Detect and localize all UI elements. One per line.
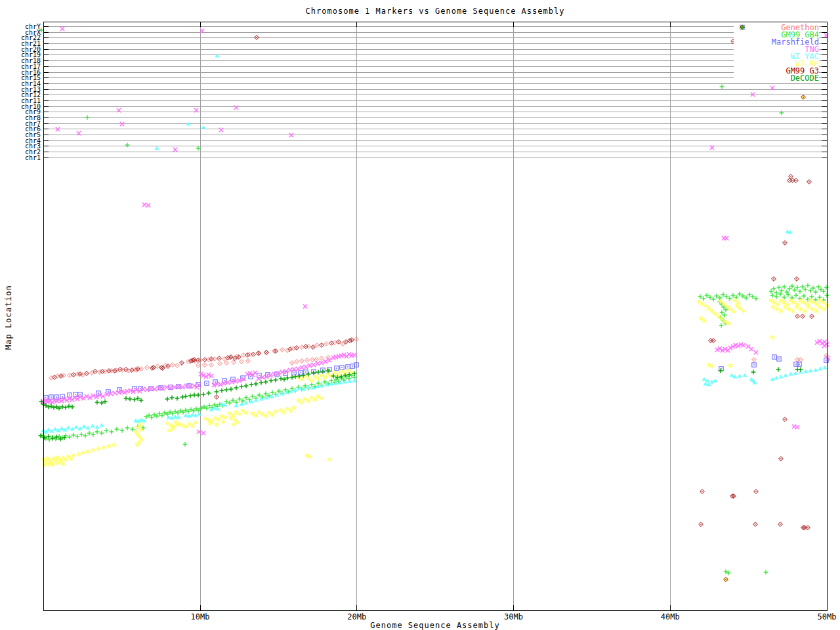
data-point — [146, 203, 150, 207]
data-point — [272, 372, 276, 376]
data-point — [801, 285, 805, 289]
data-point — [320, 361, 324, 365]
data-point — [196, 412, 201, 416]
data-point — [814, 308, 819, 313]
data-point — [221, 419, 226, 424]
data-point — [176, 415, 180, 419]
data-point — [774, 295, 779, 299]
data-point — [177, 385, 180, 388]
data-point — [320, 396, 324, 400]
data-point — [112, 442, 117, 447]
data-point — [724, 236, 728, 240]
data-point — [337, 340, 341, 345]
data-point — [215, 422, 219, 427]
data-point — [234, 410, 239, 414]
data-point — [96, 446, 101, 451]
data-point — [254, 382, 259, 387]
data-point — [104, 429, 109, 433]
data-point — [306, 372, 311, 377]
data-point — [169, 385, 173, 389]
data-point — [149, 387, 153, 390]
data-point — [228, 411, 232, 415]
data-point — [793, 371, 797, 375]
data-point — [814, 290, 818, 295]
data-point — [251, 411, 255, 415]
data-point — [91, 432, 96, 437]
data-point — [782, 300, 787, 304]
data-point — [783, 417, 788, 422]
data-point — [795, 425, 799, 429]
data-point — [274, 378, 278, 383]
data-point — [806, 284, 810, 288]
data-point — [66, 426, 70, 430]
data-point — [354, 337, 359, 342]
data-point — [746, 345, 750, 348]
data-point — [795, 358, 800, 362]
data-point — [290, 361, 295, 366]
data-point — [347, 379, 352, 383]
x-tick-label-30Mb: 30Mb — [494, 612, 534, 621]
data-point — [790, 284, 795, 289]
data-point — [780, 111, 784, 116]
data-point — [822, 306, 827, 311]
data-point — [323, 375, 327, 379]
data-point — [238, 411, 242, 416]
data-point — [772, 355, 776, 359]
data-point — [99, 423, 104, 427]
data-point — [308, 364, 312, 368]
data-point — [125, 426, 130, 430]
data-point — [207, 391, 211, 396]
data-point — [85, 426, 90, 430]
data-point — [188, 394, 193, 398]
data-point — [196, 364, 201, 368]
data-point — [184, 384, 188, 388]
data-point — [303, 304, 307, 308]
data-point — [60, 27, 64, 31]
data-point — [254, 413, 259, 417]
data-point — [72, 373, 76, 377]
data-point — [305, 358, 310, 363]
data-point — [215, 390, 219, 394]
data-point — [255, 35, 259, 40]
data-point — [795, 285, 800, 290]
data-point — [324, 360, 327, 364]
data-point — [190, 413, 194, 417]
data-point — [70, 405, 75, 410]
data-point — [775, 306, 780, 311]
series-tng — [41, 27, 830, 435]
data-point — [297, 398, 301, 402]
data-point — [95, 430, 100, 434]
data-point — [807, 180, 812, 184]
data-point — [285, 406, 290, 411]
data-point — [753, 522, 758, 527]
data-point — [808, 289, 813, 293]
data-point — [224, 361, 229, 366]
data-point — [68, 435, 72, 440]
data-point — [792, 300, 797, 304]
data-point — [279, 377, 284, 381]
data-point — [105, 392, 109, 396]
data-point — [95, 400, 100, 405]
data-point — [229, 415, 234, 420]
data-point — [154, 146, 159, 150]
data-point — [68, 373, 72, 378]
data-point — [183, 413, 188, 417]
data-point — [772, 277, 776, 282]
data-point — [774, 291, 779, 295]
data-point — [313, 374, 318, 379]
data-point — [201, 431, 205, 435]
data-point — [81, 425, 86, 429]
series-genethon — [49, 337, 829, 381]
data-point — [196, 393, 201, 398]
x-tick-label-10Mb: 10Mb — [180, 612, 220, 621]
data-point — [312, 363, 316, 367]
data-point — [699, 522, 704, 527]
data-point — [234, 386, 239, 390]
data-point — [279, 408, 284, 412]
data-point — [324, 342, 329, 346]
data-point — [180, 395, 185, 400]
data-point — [173, 148, 177, 152]
data-point — [778, 522, 783, 527]
data-point — [145, 366, 150, 370]
data-point — [783, 373, 788, 377]
